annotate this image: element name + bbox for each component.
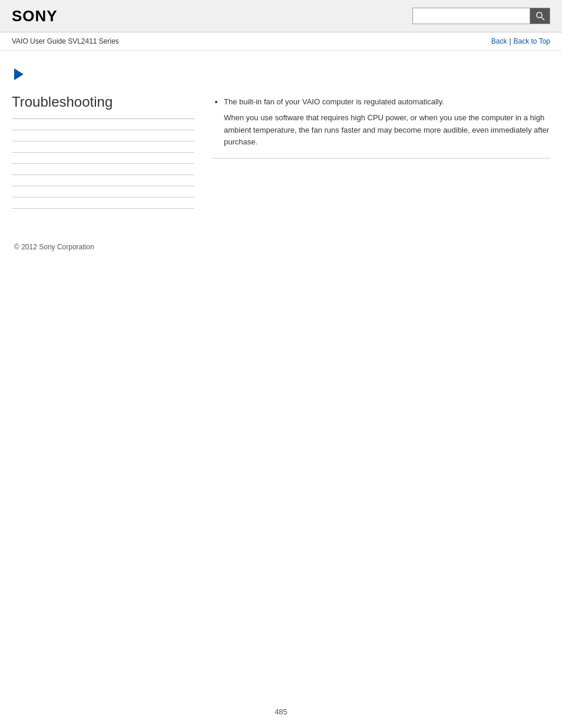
nav-separator: |	[509, 37, 511, 45]
search-icon	[535, 11, 545, 21]
sidebar-line-1	[12, 130, 194, 130]
back-link[interactable]: Back	[491, 37, 507, 45]
right-content: The built-in fan of your VAIO computer i…	[212, 94, 550, 219]
left-sidebar: Troubleshooting	[12, 94, 194, 219]
chevron-right-icon	[14, 68, 24, 80]
content-divider	[212, 158, 550, 159]
sidebar-line-2	[12, 141, 194, 141]
sidebar-line-4	[12, 163, 194, 164]
copyright-text: © 2012 Sony Corporation	[14, 243, 94, 251]
main-content: Troubleshooting The built-in fan of your…	[0, 51, 562, 263]
back-to-top-link[interactable]: Back to Top	[514, 37, 550, 45]
sidebar-line-5	[12, 174, 194, 175]
sony-logo: SONY	[12, 7, 58, 25]
search-button[interactable]	[530, 8, 550, 24]
bullet-item-1: The built-in fan of your VAIO computer i…	[224, 96, 550, 108]
content-layout: Troubleshooting The built-in fan of your…	[12, 94, 550, 219]
svg-line-1	[541, 18, 544, 21]
search-area	[412, 8, 550, 24]
sidebar-divider-1	[12, 118, 194, 119]
sidebar-line-3	[12, 152, 194, 153]
sidebar-line-7	[12, 197, 194, 197]
header: SONY	[0, 0, 562, 32]
breadcrumb-links: Back | Back to Top	[491, 37, 550, 45]
bullet-item-text: The built-in fan of your VAIO computer i…	[224, 97, 444, 106]
page-number: 485	[0, 707, 562, 716]
section-title: Troubleshooting	[12, 94, 194, 110]
breadcrumb-bar: VAIO User Guide SVL2411 Series Back | Ba…	[0, 32, 562, 51]
content-paragraph: When you use software that requires high…	[224, 112, 550, 149]
guide-title: VAIO User Guide SVL2411 Series	[12, 37, 119, 45]
search-input[interactable]	[412, 8, 530, 24]
chevron-container	[14, 68, 550, 82]
footer-copyright: © 2012 Sony Corporation	[12, 243, 550, 251]
sidebar-line-6	[12, 186, 194, 186]
bullet-list: The built-in fan of your VAIO computer i…	[212, 96, 550, 108]
sidebar-line-8	[12, 208, 194, 209]
svg-point-0	[537, 12, 542, 18]
